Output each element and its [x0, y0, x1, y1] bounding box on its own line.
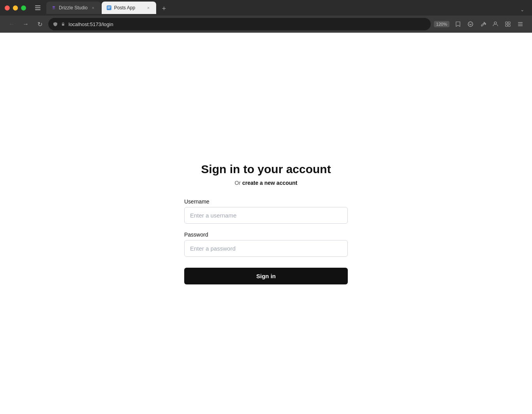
forward-button[interactable]: →	[20, 19, 31, 30]
svg-rect-12	[508, 25, 510, 26]
svg-rect-9	[506, 22, 507, 24]
profile-button[interactable]	[490, 19, 501, 30]
drizzle-studio-tab-close[interactable]: ×	[90, 5, 96, 11]
username-form-group: Username	[184, 198, 348, 224]
page-content: Sign in to your account Or create a new …	[0, 33, 532, 414]
zoom-badge: 120%	[434, 21, 449, 27]
tab-bar: Drizzle Studio × Posts App × + ⌄	[46, 2, 527, 14]
new-tab-button[interactable]: +	[159, 3, 169, 14]
title-bar: Drizzle Studio × Posts App × + ⌄	[0, 0, 532, 16]
svg-rect-14	[518, 24, 523, 25]
security-shield-icon	[53, 22, 58, 26]
svg-rect-10	[508, 22, 510, 24]
svg-rect-0	[35, 5, 41, 6]
window-controls	[5, 5, 26, 11]
password-label: Password	[184, 232, 348, 238]
bookmark-button[interactable]	[453, 19, 463, 30]
svg-rect-13	[518, 22, 523, 23]
browser-chrome: Drizzle Studio × Posts App × + ⌄	[0, 0, 532, 33]
subtext: Or create a new account	[234, 180, 297, 186]
username-input[interactable]	[184, 207, 348, 224]
login-container: Sign in to your account Or create a new …	[184, 163, 348, 284]
svg-rect-5	[107, 8, 110, 9]
reload-button[interactable]: ↻	[34, 19, 45, 30]
svg-rect-6	[62, 24, 64, 26]
sidebar-toggle-button[interactable]	[32, 2, 43, 13]
signin-button[interactable]: Sign in	[184, 268, 348, 284]
svg-rect-2	[35, 9, 41, 10]
posts-app-tab-close[interactable]: ×	[145, 5, 151, 11]
svg-rect-4	[107, 7, 111, 7]
url-text: localhost:5173/login	[69, 21, 426, 27]
svg-rect-1	[35, 7, 41, 8]
tab-drizzle-studio[interactable]: Drizzle Studio ×	[46, 2, 101, 14]
svg-rect-11	[506, 25, 507, 26]
svg-point-8	[494, 22, 497, 24]
tools-button[interactable]	[477, 19, 488, 30]
password-form-group: Password	[184, 232, 348, 257]
subtext-plain: Or	[234, 180, 242, 186]
drizzle-studio-favicon	[51, 5, 56, 11]
create-account-link[interactable]: create a new account	[242, 180, 298, 186]
page-heading: Sign in to your account	[201, 163, 331, 176]
address-bar: ← → ↻ localhost:5173/login 120%	[0, 16, 532, 33]
extensions-button[interactable]	[502, 19, 513, 30]
lock-icon	[61, 22, 65, 26]
svg-point-7	[468, 22, 473, 26]
maximize-window-button[interactable]	[21, 5, 26, 11]
tab-posts-app[interactable]: Posts App ×	[102, 2, 156, 14]
address-input-wrapper[interactable]: localhost:5173/login	[48, 18, 431, 30]
drizzle-studio-tab-title: Drizzle Studio	[59, 5, 88, 11]
back-button[interactable]: ←	[6, 19, 17, 30]
svg-rect-15	[518, 26, 523, 26]
close-window-button[interactable]	[5, 5, 10, 11]
posts-app-tab-title: Posts App	[114, 5, 143, 11]
password-input[interactable]	[184, 240, 348, 257]
minimize-window-button[interactable]	[13, 5, 18, 11]
pocket-button[interactable]	[465, 19, 476, 30]
address-actions	[453, 19, 526, 30]
tab-overflow-button[interactable]: ⌄	[517, 5, 527, 14]
posts-app-favicon	[106, 5, 112, 11]
username-label: Username	[184, 198, 348, 205]
menu-button[interactable]	[515, 19, 526, 30]
